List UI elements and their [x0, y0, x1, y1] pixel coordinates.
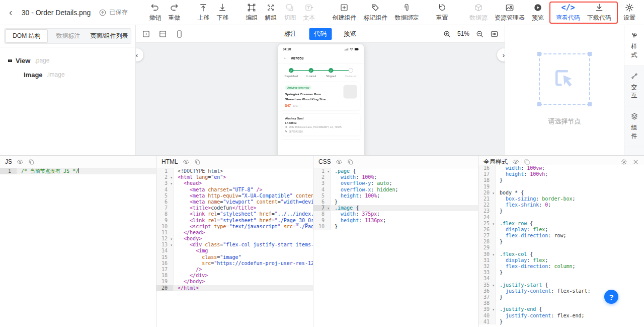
global-style-editor[interactable]: 16 width: 100vw;17 height: 100vh;18}1920… [478, 165, 644, 324]
settings-button[interactable]: 设置 [620, 3, 639, 22]
code-line: 15 class="image" [156, 254, 313, 260]
undo-button[interactable]: 撤销 [145, 3, 165, 22]
arrival-badge: Arriving tomorrow [285, 86, 312, 90]
create-component-button[interactable]: 创建组件 [329, 3, 360, 22]
code-line: 2 width: 100%; [313, 174, 478, 180]
tab-preview-mode[interactable]: 预览 [340, 28, 360, 40]
tab-interaction[interactable]: 交互 [624, 66, 644, 107]
resource-manager-button[interactable]: 资源管理器 [491, 3, 528, 22]
eye-icon[interactable] [512, 158, 519, 165]
data-binding-button[interactable]: 数据绑定 [391, 3, 422, 22]
mark-component-button[interactable]: 标记组件 [360, 3, 391, 22]
save-status: 已保存 [99, 8, 127, 17]
collapse-caret-icon[interactable] [8, 59, 12, 62]
handle-icon [537, 102, 541, 106]
address-card: Akshay Syal LA Office 2982 Robinson Lane… [282, 113, 360, 136]
top-toolbar: ‹ 30 - Order Details.png 已保存 撤销 重做 上移 下移 [0, 0, 644, 25]
canvas-toolbar: 标注 代码 预览 51% [136, 25, 505, 43]
code-line: 18 </div> [156, 273, 313, 279]
copy-icon[interactable] [28, 159, 35, 165]
html-editor[interactable]: 1<!DOCTYPE html>2▾<html lang="en">3▾ <he… [156, 168, 313, 327]
tab-code-mode[interactable]: 代码 [309, 28, 332, 40]
zoom-out-icon[interactable] [475, 30, 484, 38]
gear-icon [625, 3, 634, 12]
order-id: #87653 [291, 55, 304, 60]
code-line: 23} [478, 208, 644, 214]
product-name: Springtek Dreamer Pure Shoosham Wood Kin… [285, 92, 341, 102]
design-canvas[interactable]: ‹ › 04:20 ← #87653 [136, 43, 505, 155]
copy-icon[interactable] [524, 159, 530, 165]
move-up-button[interactable]: 上移 [194, 3, 213, 22]
layout-icon[interactable] [158, 30, 167, 38]
group-button[interactable]: 编组 [242, 3, 261, 22]
code-line: 39▾.justify-end { [478, 306, 644, 312]
slice-icon [285, 3, 294, 12]
css-panel: CSS 1▾.page {2 width: 100%;3 overflow-y:… [313, 156, 478, 327]
address-text: 2982 Robinson Lane, HACKBERRY, LA, 70645 [289, 125, 342, 128]
code-line: 19 [478, 184, 644, 190]
reset-icon [437, 3, 446, 12]
tree-node-image[interactable]: Image .image [0, 68, 135, 82]
preview-button[interactable]: 预览 [528, 3, 547, 22]
copy-icon[interactable] [194, 159, 201, 165]
move-down-icon [218, 3, 227, 12]
help-button[interactable]: ? [604, 290, 618, 304]
reset-button[interactable]: 重置 [432, 3, 451, 22]
prev-page-arrow[interactable]: ‹ [136, 48, 143, 61]
code-line: 20</html> [156, 285, 313, 291]
panel-settings-icon[interactable] [620, 158, 627, 165]
code-line: 35▾.justify-start { [478, 282, 644, 288]
code-line: 29 [478, 245, 644, 251]
add-panel-icon[interactable] [142, 30, 150, 38]
code-line: 16 width: 100vw; [478, 165, 644, 171]
tab-component[interactable]: 组件 [624, 106, 644, 147]
zoom-in-icon[interactable] [443, 30, 451, 38]
code-line: 11 </head> [156, 230, 313, 236]
selection-placeholder [539, 53, 590, 105]
download-code-button[interactable]: 下载代码 [584, 3, 615, 22]
code-line: 17 /> [156, 267, 313, 273]
code-line: 17 height: 100vh; [478, 171, 644, 177]
code-line: 3 overflow-y: auto; [313, 180, 478, 186]
frame-icon[interactable] [175, 30, 184, 38]
battery-icon [355, 48, 360, 51]
fit-ratio-icon[interactable] [490, 30, 499, 38]
nodes-link-icon [630, 72, 638, 80]
code-line: 7▾.image { [313, 205, 478, 211]
js-editor[interactable]: 1/* 当前节点没有 JS */ [0, 168, 156, 327]
copy-icon[interactable] [347, 159, 354, 165]
tab-style[interactable]: 样式 [624, 25, 644, 66]
css-editor[interactable]: 1▾.page {2 width: 100%;3 overflow-y: aut… [313, 168, 478, 327]
eye-icon[interactable] [336, 158, 343, 165]
code-line: 22 flex-shrink: 0; [478, 202, 644, 208]
js-panel-title: JS [5, 158, 12, 165]
text-tool-button[interactable]: 文本 [299, 3, 318, 22]
back-button[interactable]: ‹ [5, 7, 17, 18]
code-line: 8 width: 375px; [313, 211, 478, 217]
cube-icon [474, 3, 483, 12]
tab-annotation-mode[interactable]: 标注 [280, 28, 301, 40]
tree-node-view[interactable]: View .page [0, 53, 135, 68]
select-cursor-icon [551, 66, 578, 93]
eye-icon[interactable] [183, 158, 190, 165]
eye-icon[interactable] [17, 158, 24, 165]
slice-button[interactable]: 切图 [280, 3, 299, 22]
close-icon[interactable] [632, 159, 639, 165]
check-icon: ✓ [309, 68, 314, 73]
move-down-button[interactable]: 下移 [213, 3, 232, 22]
code-line: 21 box-sizing: border-box; [478, 196, 644, 202]
ungroup-button[interactable]: 解组 [261, 3, 280, 22]
redo-button[interactable]: 重做 [165, 3, 184, 22]
next-page-arrow[interactable]: › [497, 48, 505, 61]
tab-dom-structure[interactable]: DOM 结构 [6, 29, 48, 43]
code-line: 18} [478, 177, 644, 183]
phone-preview[interactable]: 04:20 ← #87653 ✓ [278, 44, 364, 155]
data-source-button[interactable]: 数据源 [466, 3, 491, 22]
code-line: 9 height: 1136px; [313, 218, 478, 224]
code-line: 24 [478, 215, 644, 221]
tab-page-component-list[interactable]: 页面/组件列表 [89, 30, 130, 42]
tab-data-annotation[interactable]: 数据标注 [48, 30, 89, 42]
view-code-button[interactable]: </> 查看代码 [552, 3, 584, 22]
customer-name: Akshay Syal [285, 116, 357, 120]
wifi-icon [350, 48, 353, 51]
